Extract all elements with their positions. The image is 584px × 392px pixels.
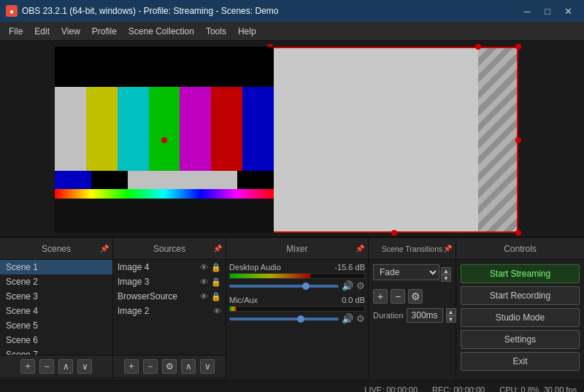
menu-view[interactable]: View	[55, 25, 86, 38]
source-visible-icon-3[interactable]: 👁	[200, 292, 208, 301]
source-name-4: Image 2	[118, 306, 210, 316]
duration-input[interactable]	[407, 308, 443, 323]
bar-yellow	[86, 87, 118, 171]
scene-item-7[interactable]: Scene 7	[0, 347, 112, 355]
mixer-channel-desktop: Desktop Audio -15.6 dB 🔊 ⚙	[229, 263, 365, 291]
status-cpu: CPU: 0.8%, 30.00 fps	[499, 385, 577, 393]
maximize-button[interactable]: □	[537, 0, 558, 22]
scene-down-button[interactable]: ∨	[77, 359, 92, 374]
menu-scene-collection[interactable]: Scene Collection	[123, 25, 200, 38]
mixer-mic-mute-icon[interactable]: 🔊	[342, 313, 353, 324]
bar-red	[211, 87, 242, 171]
start-streaming-button[interactable]: Start Streaming	[461, 264, 580, 283]
minimize-button[interactable]: ─	[517, 0, 537, 22]
transition-spin: ▲ ▼	[441, 267, 451, 282]
transition-settings-button[interactable]: ⚙	[408, 289, 423, 304]
source-name-1: Image 4	[118, 262, 197, 272]
bar-green	[149, 87, 180, 171]
exit-button[interactable]: Exit	[461, 352, 580, 371]
source-up-button[interactable]: ∧	[181, 359, 196, 374]
source-item-3[interactable]: BrowserSource 👁 🔒	[113, 289, 226, 304]
duration-up-button[interactable]: ▲	[446, 308, 456, 315]
studio-mode-button[interactable]: Studio Mode	[461, 308, 580, 327]
preview-stripe	[478, 47, 518, 233]
scene-item-2[interactable]: Scene 2	[0, 274, 112, 289]
mixer-mic-label: Mic/Aux 0.0 dB	[229, 296, 365, 304]
section-mixer: Mixer 📌	[226, 238, 369, 259]
source-visible-icon-1[interactable]: 👁	[200, 263, 208, 272]
mixer-mic-meter	[229, 306, 365, 312]
mixer-panel: Desktop Audio -15.6 dB 🔊 ⚙ Mic/Aux 0.0 d…	[226, 260, 369, 380]
menu-profile[interactable]: Profile	[86, 25, 123, 38]
menu-help[interactable]: Help	[232, 25, 262, 38]
scene-item-4[interactable]: Scene 4	[0, 304, 112, 318]
sources-pin-icon[interactable]: 📌	[213, 245, 222, 253]
scene-item-5[interactable]: Scene 5	[0, 318, 112, 333]
source-lock-icon-1[interactable]: 🔒	[211, 263, 221, 272]
section-scenes: Scenes 📌	[0, 238, 113, 259]
mixer-desktop-db: -15.6 dB	[334, 263, 365, 272]
transition-type-select[interactable]: Fade	[373, 264, 439, 280]
mixer-desktop-mute-icon[interactable]: 🔊	[342, 280, 353, 291]
transition-type-up[interactable]: ▲	[441, 267, 451, 274]
scene-item-3[interactable]: Scene 3	[0, 289, 112, 304]
mixer-desktop-track[interactable]	[229, 285, 339, 288]
mixer-mic-name: Mic/Aux	[229, 296, 258, 304]
transition-type-down[interactable]: ▼	[441, 274, 451, 282]
duration-spin: ▲ ▼	[446, 308, 456, 323]
source-lock-icon-3[interactable]: 🔒	[211, 292, 221, 301]
source-down-button[interactable]: ∨	[200, 359, 215, 374]
sources-panel: Image 4 👁 🔒 Image 3 👁 🔒 BrowserSource 👁 …	[113, 260, 226, 380]
source-item-1[interactable]: Image 4 👁 🔒	[113, 260, 226, 274]
scene-add-button[interactable]: +	[20, 359, 35, 374]
source-add-button[interactable]: +	[124, 359, 139, 374]
source-settings-button[interactable]: ⚙	[162, 359, 177, 374]
handle-bm	[391, 230, 397, 236]
transition-type-row: Fade ▲ ▼	[373, 264, 451, 285]
preview-area	[0, 41, 584, 238]
mixer-desktop-volume[interactable]: 🔊 ⚙	[229, 280, 365, 291]
start-recording-button[interactable]: Start Recording	[461, 286, 580, 305]
mixer-mic-volume[interactable]: 🔊 ⚙	[229, 313, 365, 324]
transition-add-button[interactable]: +	[373, 289, 388, 304]
bars-dark-bottom	[55, 199, 274, 233]
bottom-panels: Scene 1 Scene 2 Scene 3 Scene 4 Scene 5 …	[0, 260, 584, 380]
window-controls: ─ □ ✕	[517, 0, 578, 22]
mixer-mic-fill	[230, 307, 237, 311]
section-scenes-label: Scenes	[42, 244, 71, 254]
section-transitions: Scene Transitions 📌	[369, 238, 456, 259]
mixer-mic-track[interactable]	[229, 318, 339, 320]
handle-tr	[515, 44, 521, 50]
section-controls-label: Controls	[504, 244, 537, 254]
scenes-pin-icon[interactable]: 📌	[100, 245, 109, 253]
close-button[interactable]: ✕	[558, 0, 578, 22]
scene-item-6[interactable]: Scene 6	[0, 333, 112, 347]
duration-down-button[interactable]: ▼	[446, 315, 456, 323]
mixer-mic-thumb[interactable]	[297, 315, 304, 323]
duration-row: Duration ▲ ▼	[373, 308, 451, 323]
bar-blue	[242, 87, 274, 171]
settings-button[interactable]: Settings	[461, 330, 580, 349]
mixer-desktop-settings-icon[interactable]: ⚙	[356, 280, 365, 291]
sections-row: Scenes 📌 Sources 📌 Mixer 📌 Scene Transit…	[0, 238, 584, 260]
transitions-pin-icon[interactable]: 📌	[443, 245, 452, 253]
mixer-desktop-thumb[interactable]	[302, 283, 310, 290]
scene-remove-button[interactable]: −	[39, 359, 54, 374]
mixer-pin-icon[interactable]: 📌	[356, 245, 364, 253]
menu-tools[interactable]: Tools	[200, 25, 232, 38]
mixer-mic-settings-icon[interactable]: ⚙	[356, 313, 365, 324]
source-visible-icon-4[interactable]: 👁	[213, 307, 221, 315]
source-lock-icon-2[interactable]: 🔒	[211, 277, 221, 287]
source-item-4[interactable]: Image 2 👁	[113, 304, 226, 318]
source-remove-button[interactable]: −	[143, 359, 158, 374]
handle-tm	[475, 44, 481, 50]
menu-bar: File Edit View Profile Scene Collection …	[0, 22, 584, 41]
bar-magenta	[180, 87, 211, 171]
menu-file[interactable]: File	[3, 25, 28, 38]
source-visible-icon-2[interactable]: 👁	[200, 277, 208, 286]
transition-remove-button[interactable]: −	[391, 289, 405, 304]
scene-up-button[interactable]: ∧	[58, 359, 73, 374]
scene-item-1[interactable]: Scene 1	[0, 260, 112, 274]
source-item-2[interactable]: Image 3 👁 🔒	[113, 274, 226, 289]
menu-edit[interactable]: Edit	[28, 25, 55, 38]
